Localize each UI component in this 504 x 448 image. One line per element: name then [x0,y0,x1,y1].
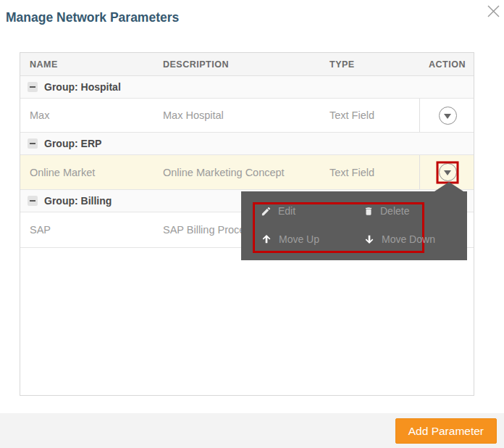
menu-item-edit[interactable]: Edit [261,204,364,217]
add-parameter-button[interactable]: Add Parameter [395,418,497,444]
menu-item-label: Edit [278,205,295,217]
close-icon[interactable] [485,3,501,19]
arrow-up-icon [261,233,272,245]
collapse-minus-icon[interactable] [28,82,38,92]
collapse-minus-icon[interactable] [28,196,38,206]
menu-caret-icon [434,182,463,191]
column-header-type: TYPE [329,59,419,70]
action-dropdown-button-active[interactable] [439,163,457,181]
menu-item-label: Move Up [279,233,319,245]
cell-type: Text Field [329,167,419,178]
group-row-erp: Group: ERP [20,133,474,155]
page-title: Manage Network Parameters [6,10,179,25]
cell-name: Max [20,109,163,121]
menu-item-delete[interactable]: Delete [364,204,435,217]
action-dropdown-button[interactable] [439,107,457,125]
menu-item-label: Delete [380,205,409,217]
action-cell [419,99,475,132]
arrow-down-icon [364,233,375,245]
column-header-action: ACTION [419,59,475,70]
action-menu-items: Edit Delete Move Up [261,204,435,246]
trash-icon [364,206,374,217]
cell-name: SAP [20,224,163,236]
collapse-minus-icon[interactable] [28,138,38,149]
dialog-footer: Add Parameter [0,413,504,448]
action-menu: Edit Delete Move Up [241,191,467,260]
table-row-online-market: Online Market Online Marketing Concept T… [20,155,474,190]
pencil-icon [261,206,272,217]
cell-description: Online Marketing Concept [163,167,329,178]
cell-name: Online Market [20,167,163,178]
group-label: Group: ERP [44,138,101,149]
group-label: Group: Hospital [44,81,121,93]
menu-item-move-down[interactable]: Move Down [364,233,435,246]
group-label: Group: Billing [44,195,112,207]
column-header-name: NAME [20,59,163,70]
cell-type: Text Field [329,109,419,121]
table-row-max: Max Max Hospital Text Field [20,99,474,133]
menu-item-move-up[interactable]: Move Up [261,233,364,246]
chevron-down-icon [444,114,451,119]
cell-description: Max Hospital [163,109,329,121]
menu-item-label: Move Down [382,233,435,245]
chevron-down-icon [444,170,451,175]
table-header-row: NAME DESCRIPTION TYPE ACTION [20,53,474,76]
group-row-hospital: Group: Hospital [20,76,474,99]
manage-network-parameters-dialog: Manage Network Parameters NAME DESCRIPTI… [0,0,504,448]
column-header-description: DESCRIPTION [163,59,329,70]
